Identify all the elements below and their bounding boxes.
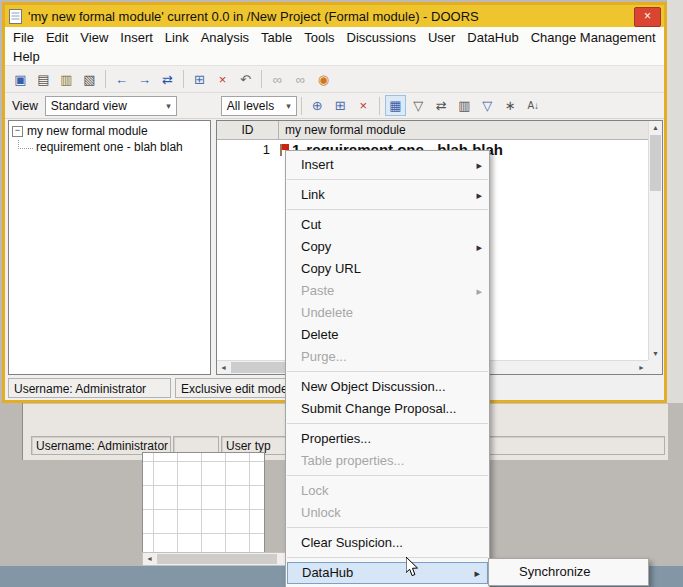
menu-change-management[interactable]: Change Management (525, 28, 662, 47)
follow-link-button[interactable]: ∞ (290, 69, 311, 90)
context-menu-item-label: Copy (301, 239, 331, 254)
context-menu-item-paste[interactable]: Paste▸ (286, 280, 489, 302)
demote-object-button[interactable]: → (134, 69, 155, 90)
context-menu-item-datahub[interactable]: DataHub▸ (287, 562, 488, 584)
context-menu-item-copy[interactable]: Copy▸ (286, 236, 489, 258)
datahub-sync-button[interactable]: ◉ (313, 69, 334, 90)
link-indicators-icon: ⇄ (436, 99, 447, 112)
background-window-edge (667, 0, 683, 420)
scrollbar-thumb[interactable] (650, 135, 661, 191)
context-menu-item-undelete[interactable]: Undelete (286, 302, 489, 324)
context-menu-item-clear-suspicion[interactable]: Clear Suspicion... (286, 532, 489, 554)
scroll-left-arrow-icon[interactable]: ◄ (143, 553, 156, 565)
copy-level-button[interactable]: ⊕ (307, 95, 328, 116)
tree-connector (18, 140, 33, 149)
toolbar-separator (261, 70, 262, 88)
menu-edit[interactable]: Edit (40, 28, 74, 47)
vertical-scrollbar[interactable]: ▲ ▼ (648, 121, 662, 360)
tree-root-label[interactable]: my new formal module (27, 124, 148, 138)
menu-datahub[interactable]: DataHub (461, 28, 524, 47)
view-options-button[interactable]: ∗ (500, 95, 521, 116)
row-id-cell[interactable]: 1 (217, 142, 279, 157)
menu-discussions[interactable]: Discussions (341, 28, 422, 47)
column-header-main[interactable]: my new formal module (279, 121, 648, 139)
menu-help[interactable]: Help (7, 47, 46, 66)
view-toolbar-icons: ⊕⊞×▦▽⇄▥▽∗A↓ (297, 95, 545, 116)
scroll-left-arrow-icon[interactable]: ◄ (217, 361, 230, 374)
document-icon (9, 9, 22, 24)
tree-collapse-icon[interactable]: − (12, 126, 23, 137)
levels-combobox[interactable]: All levels ▾ (221, 96, 297, 116)
make-link-button[interactable]: ∞ (267, 69, 288, 90)
filter-icon: ▽ (482, 99, 492, 112)
context-menu-item-link[interactable]: Link▸ (286, 184, 489, 206)
chevron-down-icon[interactable]: ▾ (163, 101, 174, 111)
module-tree-panel: − my new formal module requirement one -… (8, 120, 211, 375)
submenu-item-synchronize[interactable]: Synchronize (489, 561, 648, 583)
paste-level-button[interactable]: ⊞ (330, 95, 351, 116)
promote-object-button[interactable]: ← (111, 69, 132, 90)
title-bar[interactable]: 'my new formal module' current 0.0 in /N… (5, 5, 664, 27)
delete-level-icon: × (360, 99, 368, 112)
context-menu-item-copy-url[interactable]: Copy URL (286, 258, 489, 280)
delete-level-button[interactable]: × (353, 95, 374, 116)
scroll-up-arrow-icon[interactable]: ▲ (649, 121, 662, 134)
context-menu-item-new-object-discussion[interactable]: New Object Discussion... (286, 376, 489, 398)
context-menu-separator (287, 371, 488, 372)
sort-az-icon: A↓ (527, 101, 539, 111)
filter-button[interactable]: ▽ (477, 95, 498, 116)
sort-az-button[interactable]: A↓ (523, 95, 544, 116)
context-menu-item-label: Submit Change Proposal... (301, 401, 456, 416)
scroll-down-arrow-icon[interactable]: ▼ (649, 347, 662, 360)
context-menu-item-delete[interactable]: Delete (286, 324, 489, 346)
context-menu-item-unlock[interactable]: Unlock (286, 502, 489, 524)
context-menu-item-lock[interactable]: Lock (286, 480, 489, 502)
scrollbar-thumb[interactable] (157, 554, 277, 564)
context-menu-item-cut[interactable]: Cut (286, 214, 489, 236)
menu-file[interactable]: File (7, 28, 40, 47)
context-menu-item-table-properties[interactable]: Table properties... (286, 450, 489, 472)
view-combobox[interactable]: Standard view ▾ (45, 96, 177, 116)
context-menu-item-insert[interactable]: Insert▸ (286, 154, 489, 176)
insert-column-button[interactable]: ▥ (454, 95, 475, 116)
tree-child-label[interactable]: requirement one - blah blah (36, 140, 183, 154)
tree-item-module-root[interactable]: − my new formal module (9, 121, 210, 139)
open-module-icon: ▥ (60, 73, 72, 86)
delete-object-button[interactable]: × (212, 69, 233, 90)
edit-filter-button[interactable]: ▽ (408, 95, 429, 116)
open-module-button[interactable]: ▥ (56, 69, 77, 90)
table-header: ID my new formal module (217, 121, 648, 140)
undelete-object-icon: ↶ (240, 73, 251, 86)
delete-object-icon: × (219, 73, 227, 86)
chevron-down-icon[interactable]: ▾ (283, 101, 294, 111)
undelete-object-button[interactable]: ↶ (235, 69, 256, 90)
print-button[interactable]: ▤ (33, 69, 54, 90)
edit-filter-icon: ▽ (413, 99, 423, 112)
edit-attributes-icon: ▧ (83, 73, 95, 86)
menu-table[interactable]: Table (255, 28, 298, 47)
context-menu-item-purge[interactable]: Purge... (286, 346, 489, 368)
submenu-arrow-icon: ▸ (474, 563, 480, 583)
screen: Username: Administrator User typ ◄ ► 'my… (0, 0, 683, 587)
main-column-toggle-button[interactable]: ▦ (385, 95, 406, 116)
scroll-right-arrow-icon[interactable]: ► (635, 361, 648, 374)
save-button[interactable]: ▣ (10, 69, 31, 90)
move-object-button[interactable]: ⇄ (157, 69, 178, 90)
context-menu-item-submit-change-proposal[interactable]: Submit Change Proposal... (286, 398, 489, 420)
edit-attributes-button[interactable]: ▧ (79, 69, 100, 90)
close-button[interactable]: × (634, 7, 661, 27)
column-header-id[interactable]: ID (217, 121, 279, 139)
menu-tools[interactable]: Tools (298, 28, 340, 47)
context-menu-item-properties[interactable]: Properties... (286, 428, 489, 450)
menu-analysis[interactable]: Analysis (195, 28, 255, 47)
context-menu-item-label: DataHub (302, 565, 353, 580)
insert-object-button[interactable]: ⊞ (189, 69, 210, 90)
context-menu-item-label: Cut (301, 217, 321, 232)
tree-item-requirement-one[interactable]: requirement one - blah blah (9, 140, 210, 154)
menu-insert[interactable]: Insert (114, 28, 159, 47)
menu-user[interactable]: User (422, 28, 461, 47)
menu-link[interactable]: Link (159, 28, 195, 47)
menu-view[interactable]: View (74, 28, 114, 47)
link-indicators-button[interactable]: ⇄ (431, 95, 452, 116)
view-options-icon: ∗ (505, 99, 516, 112)
